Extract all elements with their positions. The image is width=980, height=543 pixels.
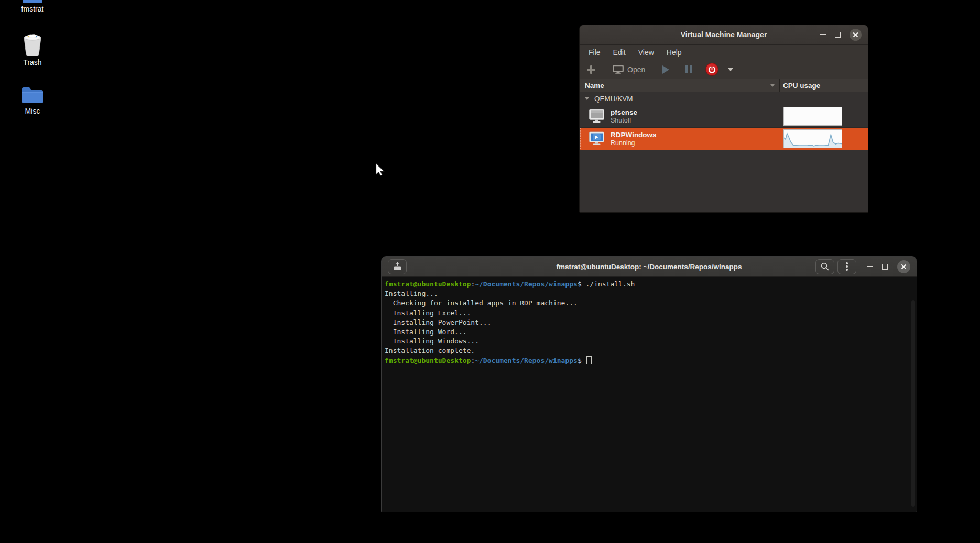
vm-monitor-icon — [589, 109, 605, 123]
search-icon — [820, 262, 830, 271]
close-button[interactable] — [897, 260, 910, 273]
terminal-window: fmstrat@ubuntuDesktop: ~/Documents/Repos… — [381, 256, 917, 512]
terminal-output-line: Installing Excel... — [385, 308, 917, 318]
scrollbar[interactable] — [911, 300, 915, 507]
prompt-path: ~/Documents/Repos/winapps — [475, 357, 578, 364]
new-tab-button[interactable] — [388, 259, 407, 274]
maximize-icon[interactable] — [835, 32, 841, 38]
prompt-user-host: fmstrat@ubuntuDesktop — [385, 357, 471, 364]
vm-list-empty-area — [580, 150, 868, 212]
command-text: ./install.sh — [586, 280, 635, 288]
terminal-output-line: Checking for installed apps in RDP machi… — [385, 298, 917, 308]
terminal-output-line: Installation complete. — [385, 346, 917, 356]
shutdown-menu-caret-icon[interactable] — [728, 68, 733, 71]
vmm-window: Virtual Machine Manager File Edit View H… — [579, 25, 868, 213]
minimize-icon[interactable] — [867, 266, 873, 267]
column-header-name[interactable]: Name — [580, 79, 780, 92]
minimize-icon[interactable] — [820, 34, 826, 35]
cpu-usage-sparkline — [783, 129, 842, 148]
vm-name: pfsense — [611, 108, 637, 117]
terminal-prompt-line: fmstrat@ubuntuDesktop:~/Documents/Repos/… — [385, 356, 917, 365]
power-icon — [707, 65, 716, 74]
vmm-menubar: File Edit View Help — [580, 45, 868, 60]
expander-caret-icon[interactable] — [584, 97, 590, 100]
new-tab-icon — [392, 262, 402, 271]
column-header-cpu[interactable]: CPU usage — [780, 82, 868, 90]
shutdown-button[interactable] — [705, 63, 718, 76]
menu-edit[interactable]: Edit — [607, 46, 632, 59]
column-cpu-label: CPU usage — [783, 82, 820, 90]
vm-list-header: Name CPU usage — [580, 79, 868, 92]
vm-status: Shutoff — [611, 117, 637, 125]
cpu-usage-sparkline — [783, 107, 842, 126]
pause-icon[interactable] — [685, 65, 692, 73]
trash-icon — [21, 32, 44, 57]
new-vm-button[interactable] — [587, 65, 595, 74]
vmm-titlebar[interactable]: Virtual Machine Manager — [580, 25, 868, 45]
close-icon — [901, 264, 907, 270]
desktop-icon-fmstrat[interactable]: fmstrat — [1, 0, 64, 13]
menu-file[interactable]: File — [582, 46, 607, 59]
vm-row-rdpwindows[interactable]: RDPWindows Running — [580, 127, 868, 150]
terminal-output-line: Installing Word... — [385, 327, 917, 337]
terminal-output-line: Installing PowerPoint... — [385, 318, 917, 327]
desktop-icon-label: Misc — [1, 107, 64, 115]
menu-button[interactable] — [837, 259, 856, 274]
prompt-path: ~/Documents/Repos/winapps — [475, 280, 578, 288]
prompt-user-host: fmstrat@ubuntuDesktop — [385, 280, 471, 288]
kebab-icon — [846, 262, 847, 270]
column-name-label: Name — [585, 82, 604, 90]
terminal-headerbar[interactable]: fmstrat@ubuntuDesktop: ~/Documents/Repos… — [382, 257, 917, 277]
vm-name: RDPWindows — [611, 131, 657, 139]
desktop-icon-label: Trash — [1, 58, 64, 67]
vm-status: Running — [611, 139, 657, 147]
open-button-label: Open — [627, 65, 645, 74]
sort-caret-icon — [770, 84, 775, 87]
open-button[interactable]: Open — [613, 65, 645, 74]
vm-row-pfsense[interactable]: pfsense Shutoff — [580, 105, 868, 127]
maximize-icon[interactable] — [882, 264, 888, 270]
folder-icon — [20, 85, 45, 105]
vm-monitor-running-icon — [589, 131, 605, 146]
toolbar-separator — [605, 63, 605, 76]
close-button[interactable] — [850, 29, 862, 41]
search-button[interactable] — [815, 259, 834, 274]
menu-view[interactable]: View — [632, 46, 660, 59]
vmm-toolbar: Open — [580, 60, 868, 79]
terminal-cursor — [586, 356, 592, 364]
run-icon[interactable] — [662, 65, 669, 74]
desktop: fmstrat Trash Misc Virtual Machine Manag… — [0, 0, 980, 543]
close-icon — [853, 32, 858, 38]
folder-icon — [23, 0, 42, 3]
mouse-cursor — [375, 163, 386, 178]
terminal-prompt-line: fmstrat@ubuntuDesktop:~/Documents/Repos/… — [385, 280, 917, 289]
desktop-icon-misc[interactable]: Misc — [1, 85, 64, 115]
terminal-output-line: Installing... — [385, 289, 917, 298]
terminal-content[interactable]: fmstrat@ubuntuDesktop:~/Documents/Repos/… — [382, 277, 917, 512]
vm-group-label: QEMU/KVM — [594, 95, 633, 103]
desktop-icon-trash[interactable]: Trash — [1, 32, 64, 67]
monitor-icon — [613, 65, 624, 74]
terminal-output-line: Installing Windows... — [385, 337, 917, 346]
desktop-icon-label: fmstrat — [1, 5, 64, 13]
vm-group-qemu[interactable]: QEMU/KVM — [580, 92, 868, 105]
vm-list: QEMU/KVM pfsense Shutoff — [580, 92, 868, 212]
menu-help[interactable]: Help — [660, 46, 688, 59]
